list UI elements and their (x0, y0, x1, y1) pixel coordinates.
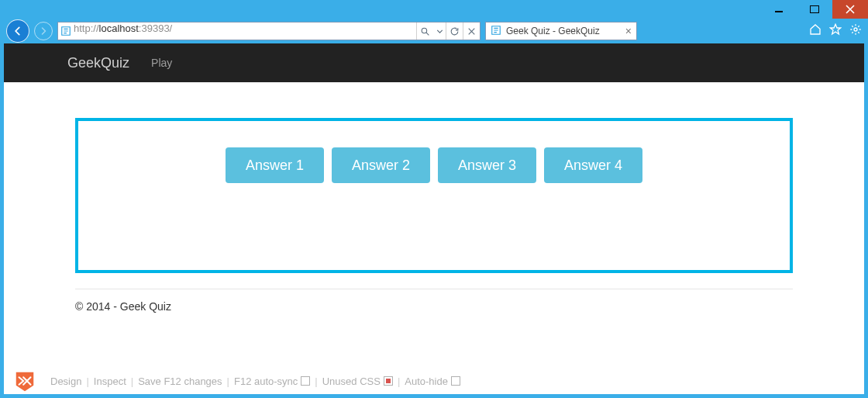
address-bar[interactable]: http://localhost:39393/ (57, 22, 480, 40)
dropdown-icon[interactable] (433, 22, 446, 40)
back-button[interactable] (6, 19, 29, 43)
url-input[interactable]: http://localhost:39393/ (74, 22, 416, 40)
devbar-autosync[interactable]: F12 auto-sync (234, 376, 310, 387)
svg-point-1 (854, 28, 857, 31)
url-host: localhost (99, 22, 139, 34)
browser-tool-icons (809, 23, 862, 39)
answer-button-1[interactable]: Answer 1 (226, 147, 324, 183)
settings-icon[interactable] (849, 23, 862, 39)
tab-title: Geek Quiz - GeekQuiz (506, 26, 621, 36)
search-icon[interactable] (416, 22, 433, 40)
window-minimize-button[interactable] (761, 0, 797, 19)
answer-button-3[interactable]: Answer 3 (438, 147, 536, 183)
page-viewport: GeekQuiz Play Answer 1 Answer 2 Answer 3… (0, 43, 868, 398)
nav-play-link[interactable]: Play (151, 57, 172, 69)
brand-logo[interactable]: GeekQuiz (67, 55, 129, 71)
favorites-icon[interactable] (829, 23, 842, 39)
svg-point-0 (422, 28, 427, 33)
devbar-design[interactable]: Design (50, 376, 81, 387)
quiz-card: Answer 1 Answer 2 Answer 3 Answer 4 (75, 118, 793, 273)
browserlink-toolbar: Design | Inspect | Save F12 changes | F1… (4, 368, 864, 394)
page-body: Answer 1 Answer 2 Answer 3 Answer 4 © 20… (4, 82, 864, 394)
checkbox-icon[interactable] (301, 376, 310, 386)
site-navbar: GeekQuiz Play (4, 43, 864, 82)
divider (75, 289, 793, 289)
home-icon[interactable] (809, 23, 822, 39)
tab-favicon-icon (491, 25, 501, 38)
window-maximize-button[interactable] (797, 0, 832, 19)
forward-button[interactable] (34, 22, 53, 40)
devbar-save[interactable]: Save F12 changes (138, 376, 222, 387)
address-bar-tools (416, 22, 480, 40)
visual-studio-icon[interactable] (12, 368, 38, 394)
tab-close-icon[interactable]: × (625, 26, 632, 36)
checkbox-icon[interactable] (384, 376, 393, 386)
devbar-autohide[interactable]: Auto-hide (405, 376, 460, 387)
url-port: :39393/ (139, 22, 172, 34)
ie-favicon-icon (58, 26, 74, 36)
checkbox-icon[interactable] (451, 376, 460, 386)
url-prefix: http:// (74, 22, 99, 34)
footer-text: © 2014 - Geek Quiz (75, 300, 793, 313)
browser-tab[interactable]: Geek Quiz - GeekQuiz × (485, 22, 637, 40)
browser-toolbar: http://localhost:39393/ (0, 19, 868, 43)
refresh-icon[interactable] (446, 22, 463, 40)
answer-button-2[interactable]: Answer 2 (332, 147, 430, 183)
answer-button-4[interactable]: Answer 4 (544, 147, 642, 183)
stop-icon[interactable] (463, 22, 480, 40)
devbar-inspect[interactable]: Inspect (94, 376, 126, 387)
window-titlebar (0, 0, 868, 19)
devbar-unused[interactable]: Unused CSS (322, 376, 393, 387)
window-close-button[interactable] (832, 0, 868, 19)
browser-window: http://localhost:39393/ (0, 0, 868, 398)
